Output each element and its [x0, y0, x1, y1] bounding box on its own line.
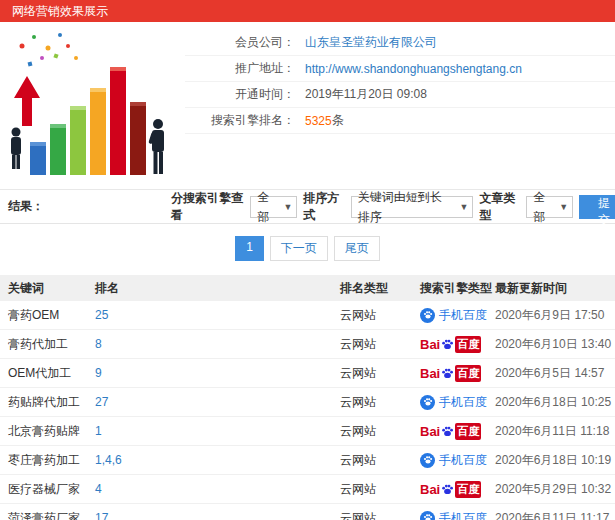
result-label: 结果：: [0, 198, 171, 215]
chevron-down-icon: ▼: [460, 197, 469, 217]
submit-button[interactable]: 提交: [579, 195, 615, 219]
page-button-current[interactable]: 1: [235, 236, 264, 261]
title-bar: 网络营销效果展示: [0, 0, 615, 22]
table-row: 医疗器械厂家4云网站Bai百度2020年5月29日 10:32: [0, 475, 615, 504]
baidu-paw-icon: [441, 338, 454, 351]
engine-cell: 手机百度: [412, 307, 487, 324]
baidu-paw-icon: [420, 453, 435, 468]
rank-type-cell: 云网站: [332, 365, 412, 382]
info-label: 搜索引擎排名：: [185, 112, 295, 129]
engine-filter-label: 分搜索引擎查看: [171, 190, 246, 224]
sort-filter-select[interactable]: 关键词由短到长排序 ▼: [351, 196, 474, 218]
info-label: 开通时间：: [185, 86, 295, 103]
keyword-cell: 膏药代加工: [0, 336, 87, 353]
page-title: 网络营销效果展示: [12, 4, 108, 18]
keyword-cell: 菏泽膏药厂家: [0, 510, 87, 520]
table-row: 枣庄膏药加工1,4,6云网站手机百度2020年6月18日 10:19: [0, 446, 615, 475]
rank-cell[interactable]: 27: [87, 395, 332, 409]
keyword-cell: 医疗器械厂家: [0, 481, 87, 498]
last-page-button[interactable]: 尾页: [334, 236, 380, 261]
table-row: 膏药代加工8云网站Bai百度2020年6月10日 13:40: [0, 330, 615, 359]
mobile-baidu-logo: 手机百度: [420, 307, 487, 324]
engine-cell: 手机百度: [412, 452, 487, 469]
baidu-logo: Bai百度: [420, 336, 481, 353]
header-engine-type: 搜索引擎类型: [412, 280, 487, 297]
engine-cell: Bai百度: [412, 423, 487, 440]
rank-cell[interactable]: 9: [87, 366, 332, 380]
engine-filter-group: 分搜索引擎查看 全部 ▼: [171, 190, 297, 224]
info-value: 2019年11月20日 09:08: [305, 86, 427, 103]
keyword-cell: 北京膏药贴牌: [0, 423, 87, 440]
rank-cell[interactable]: 25: [87, 308, 332, 322]
rank-type-cell: 云网站: [332, 307, 412, 324]
table-header-row: 关键词 排名 排名类型 搜索引擎类型 最新更新时间: [0, 275, 615, 301]
mobile-baidu-label: 手机百度: [439, 452, 487, 469]
next-page-button[interactable]: 下一页: [270, 236, 328, 261]
baidu-logo: Bai百度: [420, 423, 481, 440]
rank-type-cell: 云网站: [332, 394, 412, 411]
info-value[interactable]: http://www.shandonghuangshengtang.cn: [305, 62, 522, 76]
article-filter-select[interactable]: 全部 ▼: [526, 196, 573, 218]
rank-cell[interactable]: 1,4,6: [87, 453, 332, 467]
update-time-cell: 2020年6月10日 13:40: [487, 336, 615, 353]
update-time-cell: 2020年6月18日 10:25: [487, 394, 615, 411]
baidu-cn-label: 百度: [455, 365, 481, 382]
info-row: 搜索引擎排名：5325条: [185, 108, 615, 134]
baidu-paw-icon: [441, 367, 454, 380]
keyword-cell: 膏药OEM: [0, 307, 87, 324]
rank-cell[interactable]: 17: [87, 511, 332, 520]
info-panel: 会员公司：山东皇圣堂药业有限公司推广地址：http://www.shandong…: [185, 30, 615, 134]
rank-cell[interactable]: 1: [87, 424, 332, 438]
engine-filter-value: 全部: [257, 187, 277, 227]
baidu-logo: Bai百度: [420, 481, 481, 498]
update-time-cell: 2020年6月18日 10:19: [487, 452, 615, 469]
baidu-paw-icon: [420, 511, 435, 520]
table-row: 膏药OEM25云网站手机百度2020年6月9日 17:50: [0, 301, 615, 330]
engine-cell: 手机百度: [412, 394, 487, 411]
chevron-down-icon: ▼: [559, 197, 568, 217]
header-keyword: 关键词: [0, 280, 87, 297]
baidu-cn-label: 百度: [455, 336, 481, 353]
info-row: 推广地址：http://www.shandonghuangshengtang.c…: [185, 56, 615, 82]
rank-cell[interactable]: 8: [87, 337, 332, 351]
header-section: 会员公司：山东皇圣堂药业有限公司推广地址：http://www.shandong…: [0, 22, 615, 190]
header-rank: 排名: [87, 280, 332, 297]
sort-filter-label: 排序方式: [303, 190, 346, 224]
info-label: 推广地址：: [185, 60, 295, 77]
info-value: 5325: [305, 114, 332, 128]
update-time-cell: 2020年5月29日 10:32: [487, 481, 615, 498]
mobile-baidu-logo: 手机百度: [420, 452, 487, 469]
mobile-baidu-logo: 手机百度: [420, 394, 487, 411]
engine-cell: Bai百度: [412, 365, 487, 382]
baidu-paw-icon: [441, 425, 454, 438]
mobile-baidu-label: 手机百度: [439, 394, 487, 411]
rank-type-cell: 云网站: [332, 452, 412, 469]
update-time-cell: 2020年6月11日 11:17: [487, 510, 615, 520]
baidu-wordmark: Bai: [420, 482, 440, 497]
table-row: 北京膏药贴牌1云网站Bai百度2020年6月11日 11:18: [0, 417, 615, 446]
info-suffix: 条: [332, 112, 344, 129]
table-row: OEM代加工9云网站Bai百度2020年6月5日 14:57: [0, 359, 615, 388]
rank-type-cell: 云网站: [332, 423, 412, 440]
table-row: 菏泽膏药厂家17云网站手机百度2020年6月11日 11:17: [0, 504, 615, 520]
rank-type-cell: 云网站: [332, 336, 412, 353]
engine-cell: Bai百度: [412, 481, 487, 498]
baidu-paw-icon: [420, 308, 435, 323]
info-row: 开通时间：2019年11月20日 09:08: [185, 82, 615, 108]
filter-bar: 结果： 分搜索引擎查看 全部 ▼ 排序方式 关键词由短到长排序 ▼ 文章类型 全…: [0, 190, 615, 224]
engine-cell: 手机百度: [412, 510, 487, 520]
keyword-cell: 枣庄膏药加工: [0, 452, 87, 469]
info-value[interactable]: 山东皇圣堂药业有限公司: [305, 34, 437, 51]
rank-cell[interactable]: 4: [87, 482, 332, 496]
baidu-paw-icon: [420, 395, 435, 410]
header-update-time: 最新更新时间: [487, 280, 615, 297]
keyword-cell: OEM代加工: [0, 365, 87, 382]
baidu-cn-label: 百度: [455, 481, 481, 498]
mobile-baidu-label: 手机百度: [439, 510, 487, 520]
baidu-logo: Bai百度: [420, 365, 481, 382]
article-filter-value: 全部: [533, 187, 553, 227]
mobile-baidu-logo: 手机百度: [420, 510, 487, 520]
rank-type-cell: 云网站: [332, 510, 412, 520]
engine-filter-select[interactable]: 全部 ▼: [250, 196, 297, 218]
header-rank-type: 排名类型: [332, 280, 412, 297]
